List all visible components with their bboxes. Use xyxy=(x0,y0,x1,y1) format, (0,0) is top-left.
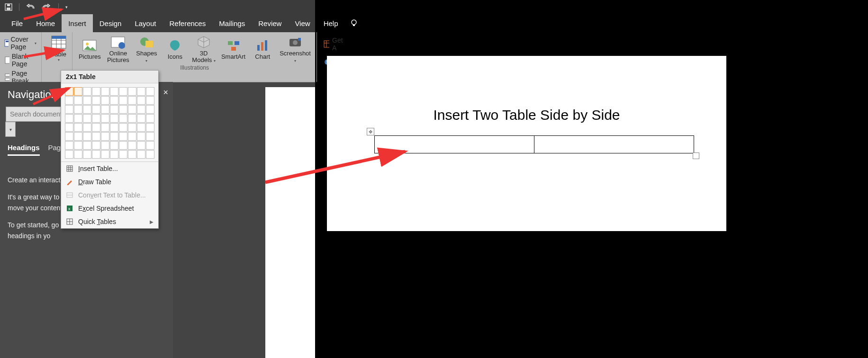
menu-home[interactable]: Home xyxy=(29,14,62,32)
table-grid-cell[interactable] xyxy=(92,96,100,105)
table-grid-cell[interactable] xyxy=(128,141,136,150)
table-grid-cell[interactable] xyxy=(119,87,127,96)
menu-file[interactable]: File xyxy=(5,14,29,32)
table-grid-cell[interactable] xyxy=(74,150,82,159)
menu-help[interactable]: Help xyxy=(317,14,345,32)
table-grid-cell[interactable] xyxy=(119,141,127,150)
3d-models-button[interactable]: 3DModels ▾ xyxy=(189,34,218,64)
menu-insert[interactable]: Insert xyxy=(62,14,93,32)
table-grid-cell[interactable] xyxy=(65,105,73,114)
table-grid-cell[interactable] xyxy=(137,123,145,132)
menu-layout[interactable]: Layout xyxy=(128,14,163,32)
table-grid-cell[interactable] xyxy=(65,87,73,96)
table-grid-cell[interactable] xyxy=(119,96,127,105)
close-icon[interactable]: × xyxy=(163,88,168,98)
screenshot-button[interactable]: Screenshot▾ xyxy=(277,34,314,64)
table-grid-cell[interactable] xyxy=(137,132,145,141)
table-grid-cell[interactable] xyxy=(119,132,127,141)
table-grid-cell[interactable] xyxy=(92,141,100,150)
table-grid-cell[interactable] xyxy=(83,132,91,141)
table-grid-cell[interactable] xyxy=(92,87,100,96)
table-grid-cell[interactable] xyxy=(65,96,73,105)
table-grid-cell[interactable] xyxy=(65,132,73,141)
table-grid-cell[interactable] xyxy=(137,96,145,105)
cover-page-button[interactable]: Cover Page ▾ xyxy=(4,36,36,51)
table-grid-cell[interactable] xyxy=(110,87,118,96)
quick-tables-menuitem[interactable]: Quick Tables ▶ xyxy=(61,215,158,228)
save-icon[interactable] xyxy=(5,3,12,11)
table-grid-cell[interactable] xyxy=(110,132,118,141)
table-button[interactable]: Table ▾ xyxy=(45,34,73,62)
menu-view[interactable]: View xyxy=(288,14,316,32)
table-grid-cell[interactable] xyxy=(92,132,100,141)
table-grid-cell[interactable] xyxy=(128,114,136,123)
table-grid-cell[interactable] xyxy=(65,114,73,123)
table-grid-cell[interactable] xyxy=(74,114,82,123)
table-grid-cell[interactable] xyxy=(110,96,118,105)
table-cell[interactable] xyxy=(375,136,534,153)
table-grid-cell[interactable] xyxy=(92,150,100,159)
table-grid-cell[interactable] xyxy=(74,132,82,141)
table-grid-cell[interactable] xyxy=(137,141,145,150)
icons-button[interactable]: Icons xyxy=(161,34,189,64)
table-grid-cell[interactable] xyxy=(101,141,109,150)
table-grid-cell[interactable] xyxy=(74,96,82,105)
table-grid-cell[interactable] xyxy=(119,114,127,123)
table-grid-cell[interactable] xyxy=(146,141,154,150)
table-grid-cell[interactable] xyxy=(83,114,91,123)
table-grid-cell[interactable] xyxy=(65,150,73,159)
table-grid-cell[interactable] xyxy=(128,150,136,159)
undo-icon[interactable] xyxy=(26,4,36,10)
table-grid-cell[interactable] xyxy=(83,141,91,150)
table-grid-cell[interactable] xyxy=(146,114,154,123)
tab-headings[interactable]: Headings xyxy=(8,143,40,156)
table-grid-cell[interactable] xyxy=(119,105,127,114)
table-grid-cell[interactable] xyxy=(137,114,145,123)
customize-qat-icon[interactable]: ▾ xyxy=(65,5,68,9)
table-grid-cell[interactable] xyxy=(137,105,145,114)
table-grid-cell[interactable] xyxy=(146,123,154,132)
table-move-handle-icon[interactable]: ✥ xyxy=(367,128,374,135)
table-grid-cell[interactable] xyxy=(83,123,91,132)
draw-table-menuitem[interactable]: Draw Table xyxy=(61,175,158,188)
table-grid-cell[interactable] xyxy=(101,105,109,114)
table-grid-cell[interactable] xyxy=(110,105,118,114)
table-grid-cell[interactable] xyxy=(146,87,154,96)
search-options-dropdown[interactable]: ▾ xyxy=(5,122,16,137)
table-grid-cell[interactable] xyxy=(128,87,136,96)
tell-me-bulb-icon[interactable] xyxy=(345,14,363,32)
table-grid-cell[interactable] xyxy=(101,123,109,132)
table-grid-cell[interactable] xyxy=(128,132,136,141)
table-grid-cell[interactable] xyxy=(101,132,109,141)
table-grid-cell[interactable] xyxy=(101,114,109,123)
blank-page-button[interactable]: Blank Page xyxy=(4,53,36,68)
table-grid-cell[interactable] xyxy=(137,150,145,159)
table-resize-handle[interactable] xyxy=(693,152,699,159)
online-pictures-button[interactable]: OnlinePictures xyxy=(104,34,132,64)
table-grid-cell[interactable] xyxy=(83,150,91,159)
table-grid-cell[interactable] xyxy=(146,132,154,141)
table-grid-cell[interactable] xyxy=(128,105,136,114)
insert-table-menuitem[interactable]: Insert Table... xyxy=(61,162,158,175)
table-grid-cell[interactable] xyxy=(83,105,91,114)
table-size-grid[interactable] xyxy=(61,83,158,161)
table-grid-cell[interactable] xyxy=(101,150,109,159)
excel-spreadsheet-menuitem[interactable]: x Excel Spreadsheet xyxy=(61,202,158,215)
menu-design[interactable]: Design xyxy=(93,14,128,32)
table-grid-cell[interactable] xyxy=(128,123,136,132)
get-addins-button[interactable]: Get A xyxy=(324,36,345,52)
menu-review[interactable]: Review xyxy=(252,14,288,32)
table-grid-cell[interactable] xyxy=(92,123,100,132)
table-grid-cell[interactable] xyxy=(137,87,145,96)
table-grid-cell[interactable] xyxy=(110,114,118,123)
table-grid-cell[interactable] xyxy=(83,96,91,105)
table-grid-cell[interactable] xyxy=(92,114,100,123)
chart-button[interactable]: Chart xyxy=(248,34,277,64)
table-grid-cell[interactable] xyxy=(119,150,127,159)
redo-icon[interactable] xyxy=(42,4,52,10)
table-grid-cell[interactable] xyxy=(65,141,73,150)
table-grid-cell[interactable] xyxy=(128,96,136,105)
shapes-button[interactable]: Shapes▾ xyxy=(132,34,161,64)
table-grid-cell[interactable] xyxy=(74,87,82,96)
table-grid-cell[interactable] xyxy=(110,141,118,150)
